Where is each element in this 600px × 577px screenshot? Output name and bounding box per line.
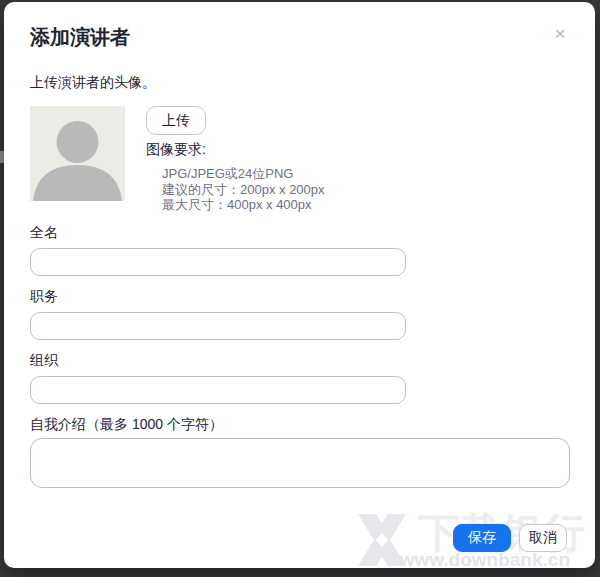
requirement-format: JPG/JPEG或24位PNG xyxy=(162,166,325,182)
save-button[interactable]: 保存 xyxy=(453,524,511,552)
person-silhouette-icon xyxy=(30,106,125,201)
full-name-label: 全名 xyxy=(30,224,58,242)
screen-background: 添加演讲者 × 上传演讲者的头像。 上传 图像要求: JPG/JPEG或24位P… xyxy=(0,0,600,577)
upload-avatar-hint: 上传演讲者的头像。 xyxy=(30,74,156,92)
upload-button[interactable]: 上传 xyxy=(146,106,206,135)
full-name-input[interactable] xyxy=(30,248,406,276)
cancel-button[interactable]: 取消 xyxy=(519,524,567,552)
organization-input[interactable] xyxy=(30,376,406,404)
dialog-title: 添加演讲者 xyxy=(30,24,130,51)
image-requirements-list: JPG/JPEG或24位PNG 建议的尺寸：200px x 200px 最大尺寸… xyxy=(162,166,325,213)
image-requirements-title: 图像要求: xyxy=(146,141,206,159)
requirement-max-size: 最大尺寸：400px x 400px xyxy=(162,197,325,213)
job-title-input[interactable] xyxy=(30,312,406,340)
close-icon[interactable]: × xyxy=(548,22,572,46)
job-title-label: 职务 xyxy=(30,288,58,306)
requirement-suggested-size: 建议的尺寸：200px x 200px xyxy=(162,182,325,198)
bio-label: 自我介绍（最多 1000 个字符） xyxy=(30,416,223,434)
avatar-placeholder xyxy=(30,106,125,201)
organization-label: 组织 xyxy=(30,352,58,370)
watermark-url-text: www.downbank.cn xyxy=(400,549,570,571)
bio-textarea[interactable] xyxy=(30,438,570,488)
add-speaker-dialog: 添加演讲者 × 上传演讲者的头像。 上传 图像要求: JPG/JPEG或24位P… xyxy=(4,2,595,568)
